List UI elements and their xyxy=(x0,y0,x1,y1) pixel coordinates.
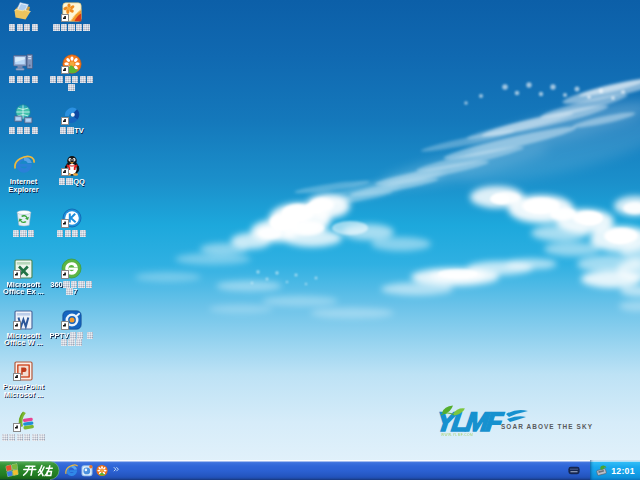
svg-text:WWW.YLMF.COM: WWW.YLMF.COM xyxy=(441,433,473,437)
svg-text:SOAR ABOVE THE SKY: SOAR ABOVE THE SKY xyxy=(501,423,593,430)
